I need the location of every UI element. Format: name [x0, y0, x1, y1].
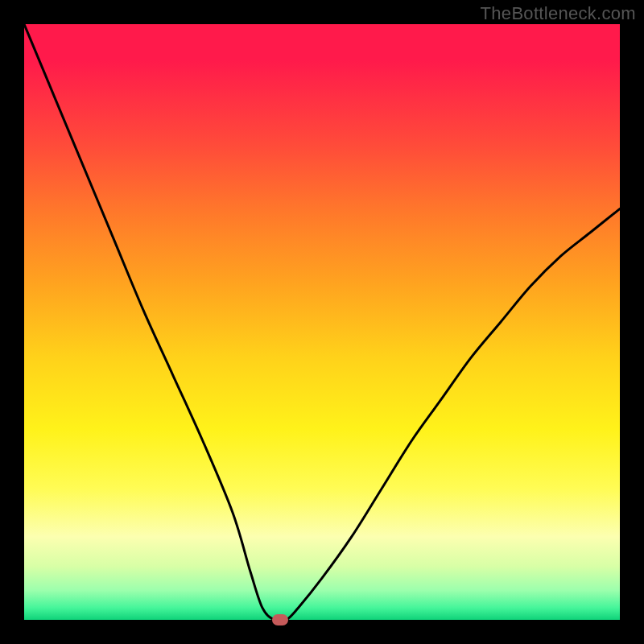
- watermark-text: TheBottleneck.com: [481, 3, 636, 24]
- chart-frame: TheBottleneck.com: [0, 0, 644, 644]
- optimal-point-marker: [272, 614, 288, 625]
- plot-area: [24, 24, 620, 620]
- bottleneck-curve: [24, 24, 620, 620]
